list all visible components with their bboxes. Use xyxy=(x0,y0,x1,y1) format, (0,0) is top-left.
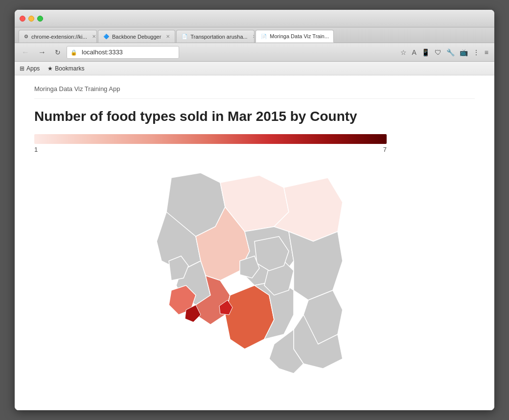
back-button[interactable]: ← xyxy=(19,47,32,58)
shield-icon[interactable]: 🛡 xyxy=(433,47,443,57)
maximize-button[interactable] xyxy=(37,16,43,22)
browser-window: ⚙ chrome-extension://ki... ✕ 🔷 Backbone … xyxy=(15,10,494,410)
legend-container: 1 7 xyxy=(34,134,475,153)
tab-icon-4: 📄 xyxy=(261,34,267,39)
lock-icon: 🔒 xyxy=(70,49,77,55)
title-bar xyxy=(15,10,494,27)
tab-label-2: Backbone Debugger xyxy=(112,34,161,40)
apps-grid-icon: ⊞ xyxy=(20,65,24,72)
cast-icon[interactable]: 📺 xyxy=(458,47,470,57)
tab-label-4: Moringa Data Viz Train... xyxy=(270,33,329,39)
tab-close-1[interactable]: ✕ xyxy=(92,34,96,39)
bookmarks-label: Bookmarks xyxy=(55,65,84,72)
tab-close-2[interactable]: ✕ xyxy=(166,34,170,39)
apps-label: Apps xyxy=(26,65,40,72)
chart-title: Number of food types sold in Mar 2015 by… xyxy=(34,109,475,124)
legend-labels: 1 7 xyxy=(34,146,387,153)
tab-icon-3: 📄 xyxy=(182,34,187,39)
extension-icon[interactable]: 🔧 xyxy=(444,47,457,57)
minimize-button[interactable] xyxy=(28,16,34,22)
forward-button[interactable]: → xyxy=(35,47,49,58)
toolbar-icons: ☆ A 📱 🛡 🔧 📺 ⋮ ≡ xyxy=(398,47,490,57)
tab-icon-2: 🔷 xyxy=(103,34,109,39)
legend-bar xyxy=(34,134,387,144)
tab-2[interactable]: 🔷 Backbone Debugger ✕ xyxy=(98,30,175,43)
legend-min: 1 xyxy=(34,146,38,153)
apps-icon[interactable]: ⋮ xyxy=(471,47,482,57)
tab-3[interactable]: 📄 Transportation arusha... ✕ xyxy=(176,30,254,43)
address-bar-wrapper: 🔒 xyxy=(67,46,395,59)
map-area xyxy=(34,163,475,373)
tabs-bar: ⚙ chrome-extension://ki... ✕ 🔷 Backbone … xyxy=(15,27,494,43)
bookmark-star-icon: ★ xyxy=(47,65,53,72)
tab-label-3: Transportation arusha... xyxy=(190,34,247,40)
bookmarks-bar: ⊞ Apps ★ Bookmarks xyxy=(15,62,494,75)
close-button[interactable] xyxy=(20,16,25,22)
tab-4[interactable]: 📄 Moringa Data Viz Train... ✕ xyxy=(255,30,334,43)
menu-button[interactable]: ≡ xyxy=(483,47,490,57)
legend-max: 7 xyxy=(383,146,387,153)
kenya-map xyxy=(142,163,367,373)
tab-label-1: chrome-extension://ki... xyxy=(31,34,87,40)
refresh-button[interactable]: ↻ xyxy=(52,47,64,58)
apps-bookmark[interactable]: ⊞ Apps xyxy=(20,65,40,72)
bookmarks-item[interactable]: ★ Bookmarks xyxy=(47,65,84,72)
tab-close-3[interactable]: ✕ xyxy=(253,34,255,39)
tab-icon-1: ⚙ xyxy=(24,34,28,39)
address-input[interactable] xyxy=(67,46,179,59)
page-content: Moringa Data Viz Training App Number of … xyxy=(15,75,494,410)
traffic-lights xyxy=(20,16,43,22)
tab-1[interactable]: ⚙ chrome-extension://ki... ✕ xyxy=(19,30,97,43)
app-title: Moringa Data Viz Training App xyxy=(34,85,475,99)
star-button[interactable]: ☆ xyxy=(398,47,409,57)
translate-icon[interactable]: A xyxy=(410,47,418,57)
toolbar: ← → ↻ 🔒 ☆ A 📱 🛡 🔧 📺 ⋮ ≡ xyxy=(15,43,494,62)
mobile-icon[interactable]: 📱 xyxy=(419,47,432,57)
